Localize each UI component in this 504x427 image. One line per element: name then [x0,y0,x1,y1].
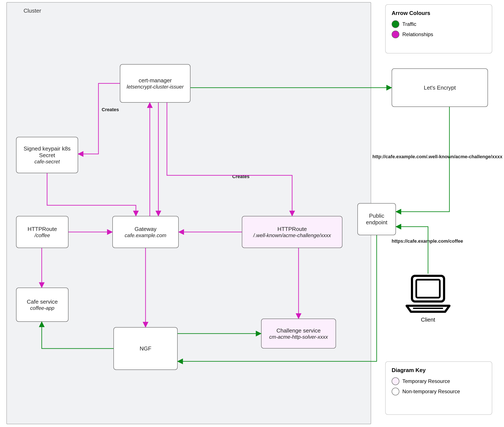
node-gateway: Gateway cafe.example.com [112,216,179,248]
swatch-nontemporary [392,388,399,395]
node-sub: cafe.example.com [125,232,166,238]
node-title: Let's Encrypt [424,84,456,91]
edge-label-https-url: https://cafe.example.com/coffee [392,238,463,244]
legend-label: Non-temporary Resource [402,389,460,395]
node-sub: cm-acme-http-solver-xxxx [269,334,328,340]
node-cafe-service: Cafe service coffee-app [16,288,69,322]
legend-label: Relationships [402,31,433,38]
client-laptop-icon [404,274,452,314]
node-title: Public endpoint [360,213,394,226]
node-cert-manager: cert-manager letsencrypt-cluster-issuer [120,64,190,103]
node-httproute-acme: HTTPRoute /.well-known/acme-challenge/xx… [242,216,342,248]
legend-title: Diagram Key [392,367,486,374]
node-lets-encrypt: Let's Encrypt [392,69,488,107]
node-sub: coffee-app [30,305,54,311]
node-httproute-coffee: HTTPRoute /coffee [16,216,69,248]
edge-label-creates-acme: Creates [232,174,250,179]
node-title: Gateway [135,226,157,232]
node-sub: /coffee [34,232,50,238]
node-sub: /.well-known/acme-challenge/xxxx [253,232,331,238]
edge-label-creates-secret: Creates [102,107,119,113]
node-title: HTTPRoute [277,226,307,232]
legend-row-temporary: Temporary Resource [392,377,486,385]
legend-row-relationships: Relationships [392,30,486,38]
client-label: Client [419,316,437,323]
legend-diagram-key: Diagram Key Temporary Resource Non-tempo… [385,361,492,415]
node-public-endpoint: Public endpoint [357,203,396,235]
node-ngf: NGF [113,327,178,370]
node-title: HTTPRoute [28,226,57,232]
swatch-traffic [392,20,399,28]
node-secret: Signed keypair k8s Secret cafe-secret [16,137,78,173]
legend-row-traffic: Traffic [392,20,486,28]
legend-row-nontemporary: Non-temporary Resource [392,388,486,395]
node-title: cert-manager [139,77,172,84]
legend-arrow-colours: Arrow Colours Traffic Relationships [385,4,492,53]
legend-label: Temporary Resource [402,378,450,384]
swatch-temporary [392,377,399,385]
node-challenge-service: Challenge service cm-acme-http-solver-xx… [261,319,336,349]
cluster-label: Cluster [24,8,41,14]
svg-rect-1 [416,280,440,298]
node-sub: cafe-secret [34,159,60,165]
node-sub: letsencrypt-cluster-issuer [127,84,184,90]
legend-label: Traffic [402,21,416,27]
legend-title: Arrow Colours [392,10,486,16]
node-title: NGF [140,345,151,352]
node-title: Challenge service [276,327,321,334]
node-title: Cafe service [27,298,58,305]
swatch-relationships [392,30,399,38]
edge-label-acme-url: http://cafe.example.com/.well-known/acme… [372,154,503,160]
node-title: Signed keypair k8s Secret [18,145,76,159]
